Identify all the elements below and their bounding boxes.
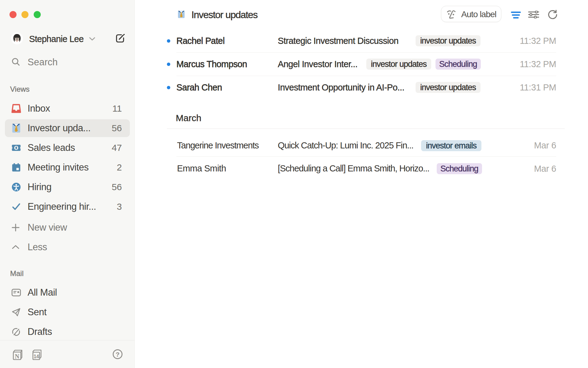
svg-text:?: ? [116, 351, 120, 358]
svg-text:N: N [15, 353, 20, 360]
svg-text:14: 14 [34, 354, 39, 359]
